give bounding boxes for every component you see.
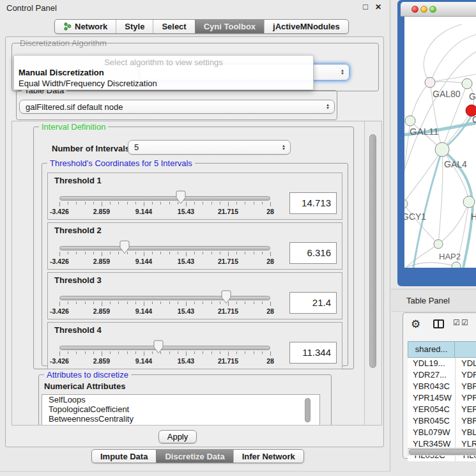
network-node[interactable]	[425, 77, 435, 88]
slider-tick-mark	[169, 202, 170, 204]
table-row[interactable]: YDL19...YDL1	[408, 358, 476, 369]
table-row[interactable]: YPR145WYPR1	[408, 392, 476, 404]
slider-track[interactable]	[59, 196, 270, 201]
cell-shared-name[interactable]: YER054C	[408, 404, 455, 415]
table-data-combobox[interactable]: galFiltered.sif default node ▲ ▼	[19, 100, 335, 114]
settings-vertical-scrollbar[interactable]	[364, 121, 381, 425]
split-table-icon[interactable]	[433, 319, 444, 328]
table-panel-header-strip: Table Panel	[391, 289, 476, 312]
network-node[interactable]	[463, 196, 475, 208]
network-node[interactable]	[435, 142, 449, 157]
arrow-down-icon: ▼	[282, 148, 286, 151]
cell-shared-name[interactable]: YPR145W	[408, 392, 455, 404]
cell-shared-name[interactable]: YDL19...	[408, 358, 455, 369]
gear-icon[interactable]: ⚙	[411, 318, 420, 331]
control-panel-tabs: Network Style Select Cyni Toolbox jActiv…	[54, 19, 349, 34]
threshold-value-field[interactable]: 11.344	[289, 342, 337, 364]
network-node[interactable]	[452, 262, 461, 268]
attribute-list-item[interactable]: TopologicalCoefficient	[42, 404, 319, 414]
slider-tick-mark	[211, 252, 212, 254]
slider-tick-mark	[160, 351, 161, 354]
slider-tick-mark	[85, 202, 86, 204]
desktop: Control Panel □ ✕ Network Style Select	[0, 0, 476, 476]
tab-discretize-data[interactable]: Discretize Data	[156, 450, 233, 463]
slider-track[interactable]	[59, 246, 270, 250]
tab-cyni-toolbox[interactable]: Cyni Toolbox	[195, 20, 264, 33]
cell-shared-name[interactable]: YBR045C	[408, 415, 455, 427]
cell-name[interactable]: YER0	[455, 404, 476, 415]
close-traffic-light-icon[interactable]	[411, 6, 418, 13]
zoom-traffic-light-icon[interactable]	[429, 6, 436, 13]
slider-tick-mark	[236, 351, 237, 354]
slider-tick-mark	[254, 202, 254, 204]
tab-infer-network[interactable]: Infer Network	[233, 450, 303, 463]
slider-tick-mark	[102, 252, 102, 256]
network-edge[interactable]	[438, 150, 443, 244]
table-horizontal-scrollbar[interactable]	[408, 448, 476, 456]
tab-impute-data[interactable]: Impute Data	[92, 450, 156, 463]
network-node[interactable]	[404, 199, 408, 208]
cell-name[interactable]: YDR2	[455, 369, 476, 381]
table-row[interactable]: YBR045CYBR0	[408, 415, 476, 427]
cyni-mode-tabs: Impute Data Discretize Data Infer Networ…	[91, 449, 304, 463]
column-header-shared-name[interactable]: shared...	[408, 341, 455, 358]
attribute-list-item[interactable]: BetweennessCentrality	[42, 414, 319, 424]
table-row[interactable]: YBR043CYBR0	[408, 381, 476, 392]
number-of-intervals-label: Number of Intervals	[52, 144, 130, 153]
minimize-traffic-light-icon[interactable]	[420, 6, 427, 13]
cell-name[interactable]: YBR0	[455, 415, 476, 427]
attributes-group: Attributes to discretize Numerical Attri…	[38, 374, 332, 426]
network-node[interactable]	[405, 116, 415, 126]
slider-tick-mark	[144, 302, 144, 306]
network-edge[interactable]	[430, 82, 467, 84]
network-edge[interactable]	[438, 202, 469, 244]
table-row[interactable]: YBL079WYBL0	[408, 427, 476, 438]
slider-tick-mark	[93, 202, 94, 204]
arrow-down-icon: ▼	[341, 72, 344, 75]
settings-scrollbar-thumb[interactable]	[369, 134, 376, 368]
tab-style[interactable]: Style	[116, 20, 153, 33]
attribute-list-item[interactable]: SelfLoops	[42, 395, 319, 404]
slider-track[interactable]	[59, 296, 270, 300]
threshold-value-field[interactable]: 6.316	[289, 242, 337, 264]
table-scrollbar-thumb[interactable]	[409, 449, 476, 455]
network-edge[interactable]	[404, 150, 442, 204]
cell-name[interactable]: YPR1	[455, 392, 476, 404]
slider-tick-mark	[59, 252, 60, 256]
close-window-icon[interactable]: ✕	[373, 2, 383, 12]
slider-tick-mark	[262, 302, 263, 304]
algorithm-option-manual[interactable]: Manual Discretization	[19, 68, 104, 77]
network-edge[interactable]	[406, 244, 438, 268]
table-row[interactable]: YDR27...YDR2	[408, 369, 476, 381]
attributes-list-scrollbar[interactable]	[305, 398, 311, 422]
threshold-value-field[interactable]: 14.713	[289, 192, 337, 214]
slider-tick-label: 15.43	[178, 257, 194, 265]
checkbox-checked-icon[interactable]: ☑	[461, 318, 468, 327]
slider-tick-mark	[68, 351, 68, 354]
threshold-value-field[interactable]: 21.4	[289, 292, 337, 314]
cell-name[interactable]: YDL1	[455, 358, 476, 369]
network-edge[interactable]	[424, 24, 462, 82]
tab-jactivemnodules[interactable]: jActiveMNodules	[264, 20, 348, 33]
tab-select-label: Select	[162, 22, 186, 31]
cell-shared-name[interactable]: YDR27...	[408, 369, 455, 381]
cell-shared-name[interactable]: YBR043C	[408, 381, 455, 392]
checkbox-checked-icon[interactable]: ☑	[453, 318, 460, 327]
network-node[interactable]	[462, 79, 472, 89]
table-row[interactable]: YER054CYER0	[408, 404, 476, 415]
column-header-name[interactable]: n	[455, 341, 476, 358]
float-window-icon[interactable]: □	[360, 2, 371, 12]
cell-name[interactable]: YBR0	[455, 381, 476, 392]
cell-name[interactable]: YBL0	[455, 427, 476, 438]
network-node[interactable]	[434, 240, 443, 249]
slider-tick-label: -3.426	[50, 208, 69, 215]
apply-button[interactable]: Apply	[158, 430, 197, 443]
tab-network[interactable]: Network	[55, 20, 116, 33]
number-of-intervals-combobox[interactable]: 5 ▲ ▼	[128, 140, 291, 155]
cell-shared-name[interactable]: YBL079W	[408, 427, 455, 438]
tab-select[interactable]: Select	[153, 20, 194, 33]
network-edge-highlighted[interactable]	[413, 150, 442, 268]
algorithm-option-equal-width[interactable]: Equal Width/Frequency Discretization	[19, 79, 157, 88]
network-canvas[interactable]: GAL80GCGAL11GAL4HGCY1HAP2	[404, 17, 476, 268]
slider-track[interactable]	[59, 346, 270, 350]
